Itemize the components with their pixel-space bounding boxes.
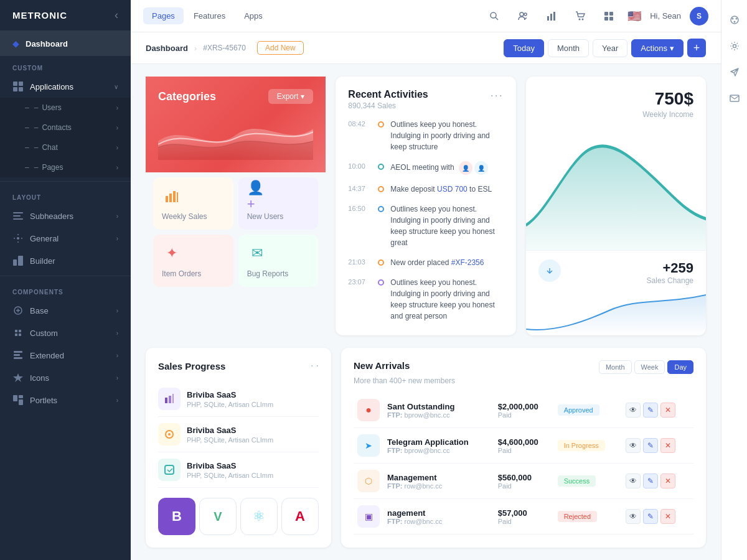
action-edit-3[interactable]: ✎	[643, 474, 658, 488]
action-view-3[interactable]: 👁	[626, 474, 641, 488]
sales-menu[interactable]: ··	[311, 360, 319, 371]
react-logo[interactable]: ⚛	[240, 498, 278, 535]
chart-icon[interactable]	[542, 6, 561, 26]
angular-logo[interactable]: A	[281, 498, 319, 535]
arrivals-row-4: ▣ nagement FTP: row@bnc.cc $57,000 Paid	[354, 499, 693, 534]
action-edit-2[interactable]: ✎	[643, 438, 658, 453]
right-icon-send[interactable]	[725, 62, 745, 82]
vue-logo[interactable]: V	[199, 498, 237, 535]
add-button[interactable]: +	[687, 39, 706, 57]
cart-icon[interactable]	[570, 6, 590, 26]
activity-link-2: #XF-2356	[451, 258, 484, 267]
filter-year[interactable]: Year	[593, 39, 627, 57]
sales-item-name-2: Briviba SaaS	[187, 426, 319, 435]
activity-dot-blue	[378, 206, 384, 212]
svg-rect-0	[13, 82, 17, 86]
svg-point-44	[735, 18, 737, 20]
section-label-custom: CUSTOM	[0, 56, 131, 75]
nav-pages[interactable]: Pages	[143, 7, 184, 24]
sidebar-item-pages[interactable]: –Pages›	[0, 157, 131, 177]
categories-title: Categories	[158, 90, 216, 103]
action-view-2[interactable]: 👁	[626, 438, 641, 453]
sidebar-item-dashboard[interactable]: ◆ Dashboard	[0, 31, 131, 56]
grid-icon[interactable]	[599, 6, 619, 26]
sidebar-item-base[interactable]: Base ›	[0, 299, 131, 322]
right-icon-settings[interactable]	[725, 36, 745, 56]
breadcrumb-sep: ›	[194, 44, 197, 53]
activity-time: 08:42	[348, 120, 372, 128]
action-icons-1: 👁 ✎ ✕	[626, 403, 690, 418]
mini-card-bug-reports[interactable]: ✉ Bug Reports	[238, 235, 319, 287]
content-area: Categories Export ▾	[131, 64, 721, 560]
export-button[interactable]: Export ▾	[268, 89, 314, 104]
filter-today[interactable]: Today	[504, 39, 544, 57]
sidebar-item-general[interactable]: General ›	[0, 227, 131, 250]
nav-features[interactable]: Features	[185, 7, 234, 24]
right-icon-mail[interactable]	[725, 88, 745, 108]
svg-point-40	[168, 433, 171, 436]
actions-chevron-icon: ▾	[670, 44, 674, 53]
svg-point-21	[524, 13, 527, 16]
sales-progress-header: Sales Progress ··	[158, 360, 319, 371]
right-icon-palette[interactable]	[725, 10, 745, 30]
svg-rect-38	[172, 394, 174, 403]
filter-day-btn[interactable]: Day	[667, 360, 693, 374]
arrivals-title: New Arrivals	[354, 360, 410, 371]
people-icon[interactable]	[513, 6, 533, 26]
pages-chevron: ›	[116, 164, 118, 171]
mini-card-new-users[interactable]: 👤+ New Users	[238, 177, 319, 230]
filter-month[interactable]: Month	[548, 39, 589, 57]
income-card: 750$ Weekly Income	[526, 77, 706, 335]
action-edit-1[interactable]: ✎	[643, 403, 658, 418]
sidebar-item-applications[interactable]: Applications ∨	[0, 75, 131, 98]
sidebar-item-icons[interactable]: Icons ›	[0, 366, 131, 389]
activity-time: 14:37	[348, 185, 372, 192]
svg-rect-27	[604, 12, 608, 16]
subheaders-icon	[12, 210, 24, 222]
sales-item-icon-2	[158, 423, 181, 446]
sidebar-item-users[interactable]: –Users›	[0, 98, 131, 118]
sidebar-item-custom[interactable]: Custom ›	[0, 322, 131, 344]
sidebar-item-chat[interactable]: –Chat›	[0, 138, 131, 157]
topbar-icons: 🇺🇸 Hi, Sean S	[484, 6, 708, 26]
mini-card-item-orders[interactable]: ✦ Item Orders	[153, 235, 233, 287]
weekly-sales-label: Weekly Sales	[162, 212, 207, 221]
bootstrap-logo[interactable]: B	[158, 498, 195, 535]
flag-icon[interactable]: 🇺🇸	[627, 9, 641, 23]
action-view-4[interactable]: 👁	[626, 509, 641, 524]
custom-icon	[12, 327, 24, 338]
search-icon[interactable]	[484, 6, 504, 26]
action-edit-4[interactable]: ✎	[643, 509, 658, 524]
sidebar-item-builder[interactable]: Builder	[0, 250, 131, 272]
mini-card-weekly-sales[interactable]: Weekly Sales	[153, 177, 233, 230]
activity-item: 23:07 Outlines keep you honest. Indulgin…	[348, 277, 503, 322]
sidebar-item-extended[interactable]: Extended ›	[0, 344, 131, 366]
status-cell-1: Approved	[554, 393, 622, 428]
sidebar-toggle-icon[interactable]: ‹	[115, 9, 118, 22]
subheader: Dashboard › #XRS-45670 Add New Today Mon…	[131, 32, 721, 64]
applications-label: Applications	[30, 82, 73, 91]
user-avatar[interactable]: S	[690, 7, 708, 26]
activity-item: 08:42 Outlines keep you honest. Indulgin…	[348, 119, 503, 152]
nav-apps[interactable]: Apps	[235, 7, 271, 24]
topbar-nav: Pages Features Apps	[143, 7, 271, 24]
action-delete-3[interactable]: ✕	[660, 474, 675, 488]
filter-week-btn[interactable]: Week	[634, 360, 665, 374]
action-view-1[interactable]: 👁	[626, 403, 641, 418]
action-delete-1[interactable]: ✕	[660, 403, 675, 418]
sales-change-values: +259 Sales Change	[647, 260, 693, 285]
categories-header-area: Categories Export ▾	[146, 77, 326, 172]
actions-button[interactable]: Actions ▾	[631, 39, 684, 57]
sidebar-item-subheaders[interactable]: Subheaders ›	[0, 205, 131, 227]
activity-list: 08:42 Outlines keep you honest. Indulgin…	[348, 119, 503, 322]
sidebar-item-portlets[interactable]: Portlets ›	[0, 389, 131, 411]
filter-month-btn[interactable]: Month	[599, 360, 632, 374]
status-badge-3: Success	[558, 475, 596, 487]
add-new-button[interactable]: Add New	[257, 41, 304, 55]
action-delete-2[interactable]: ✕	[660, 438, 675, 453]
app-icon-2: ➤	[357, 434, 380, 457]
action-delete-4[interactable]: ✕	[660, 509, 675, 524]
sidebar-item-contacts[interactable]: –Contacts›	[0, 118, 131, 138]
activities-menu[interactable]: ···	[491, 89, 504, 102]
svg-rect-37	[169, 396, 171, 403]
